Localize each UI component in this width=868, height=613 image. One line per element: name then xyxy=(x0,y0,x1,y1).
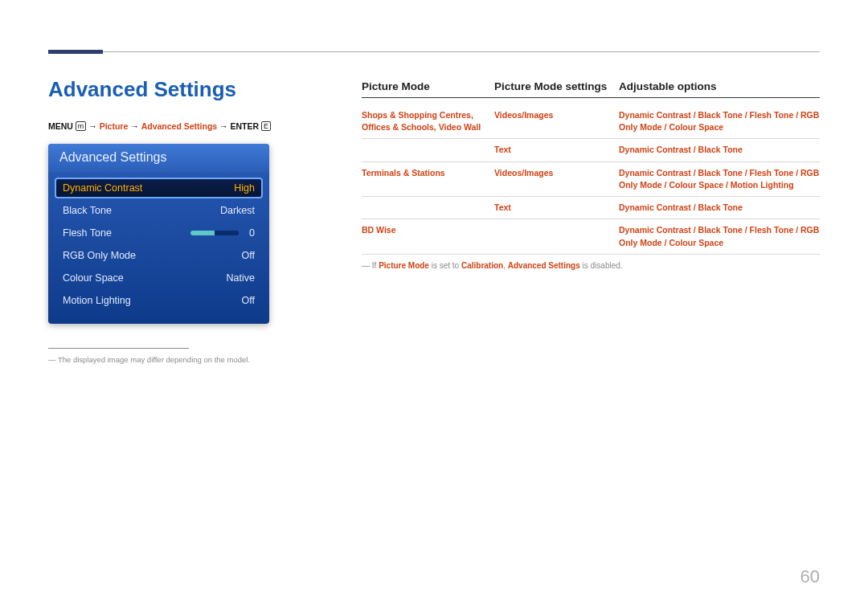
osd-label: Motion Lighting xyxy=(63,295,215,306)
breadcrumb-advanced: Advanced Settings xyxy=(141,121,218,131)
table-row: Text Dynamic Contrast / Black Tone xyxy=(362,139,820,161)
menu-breadcrumb: MENU m → Picture → Advanced Settings → E… xyxy=(48,121,313,131)
menu-icon: m xyxy=(76,121,87,131)
table-header: Picture Mode Picture Mode settings Adjus… xyxy=(362,80,820,98)
osd-value: Darkest xyxy=(215,205,255,216)
osd-row-black-tone[interactable]: Black Tone Darkest xyxy=(55,200,263,221)
enter-icon: E xyxy=(261,121,271,131)
table-row: Terminals & Stations Videos/Images Dynam… xyxy=(362,162,820,197)
page-title: Advanced Settings xyxy=(48,77,313,102)
osd-row-colour-space[interactable]: Colour Space Native xyxy=(55,268,263,288)
cell-options: Dynamic Contrast / Black Tone / Flesh To… xyxy=(619,109,820,133)
osd-value: Off xyxy=(215,250,255,261)
arrow-icon: → xyxy=(88,121,99,131)
osd-row-flesh-tone[interactable]: Flesh Tone 0 xyxy=(55,223,263,243)
osd-value: 0 xyxy=(245,227,255,239)
cell-setting xyxy=(494,224,619,248)
header-rule xyxy=(48,51,820,52)
cell-mode xyxy=(362,144,494,156)
cell-options: Dynamic Contrast / Black Tone xyxy=(619,144,820,156)
cell-mode xyxy=(362,202,494,214)
cell-options: Dynamic Contrast / Black Tone / Flesh To… xyxy=(619,167,820,191)
osd-panel: Advanced Settings Dynamic Contrast High … xyxy=(48,144,269,324)
osd-row-dynamic-contrast[interactable]: Dynamic Contrast High xyxy=(55,178,263,198)
osd-row-motion-lighting[interactable]: Motion Lighting Off xyxy=(55,290,263,311)
arrow-icon: → xyxy=(219,121,230,131)
left-column: Advanced Settings MENU m → Picture → Adv… xyxy=(48,77,313,364)
osd-label: Dynamic Contrast xyxy=(63,182,215,194)
cell-mode: BD Wise xyxy=(362,224,494,248)
cell-setting: Videos/Images xyxy=(494,109,619,133)
cell-mode: Shops & Shopping Centres, Offices & Scho… xyxy=(362,109,494,133)
table-row: Shops & Shopping Centres, Offices & Scho… xyxy=(362,104,820,139)
osd-body: Dynamic Contrast High Black Tone Darkest… xyxy=(48,173,269,324)
page-number: 60 xyxy=(800,566,820,587)
th-picture-mode-settings: Picture Mode settings xyxy=(494,80,619,92)
osd-title: Advanced Settings xyxy=(48,144,269,173)
osd-value: Off xyxy=(215,295,255,306)
breadcrumb-enter: ENTER xyxy=(231,121,260,131)
calibration-note: ― If Picture Mode is set to Calibration,… xyxy=(362,261,820,270)
osd-value: Native xyxy=(215,272,255,284)
right-column: Picture Mode Picture Mode settings Adjus… xyxy=(362,80,820,270)
cell-setting: Text xyxy=(494,202,619,214)
cell-options: Dynamic Contrast / Black Tone xyxy=(619,202,820,214)
table-row: Text Dynamic Contrast / Black Tone xyxy=(362,197,820,219)
slider-icon[interactable] xyxy=(190,231,239,235)
th-adjustable-options: Adjustable options xyxy=(619,80,820,92)
th-picture-mode: Picture Mode xyxy=(362,80,494,92)
osd-label: Colour Space xyxy=(63,272,215,284)
options-table: Picture Mode Picture Mode settings Adjus… xyxy=(362,80,820,255)
table-row: BD Wise Dynamic Contrast / Black Tone / … xyxy=(362,219,820,254)
osd-label: RGB Only Mode xyxy=(63,250,215,261)
footnote-rule xyxy=(48,348,189,349)
footnote-text: The displayed image may differ depending… xyxy=(58,355,250,364)
osd-label: Flesh Tone xyxy=(63,227,190,239)
cell-setting: Videos/Images xyxy=(494,167,619,191)
breadcrumb-menu: MENU xyxy=(48,121,73,131)
cell-options: Dynamic Contrast / Black Tone / Flesh To… xyxy=(619,224,820,248)
footnote-left: ― The displayed image may differ dependi… xyxy=(48,355,313,364)
osd-label: Black Tone xyxy=(63,205,215,216)
osd-row-rgb-only[interactable]: RGB Only Mode Off xyxy=(55,245,263,266)
cell-setting: Text xyxy=(494,144,619,156)
breadcrumb-picture: Picture xyxy=(100,121,129,131)
osd-value: High xyxy=(215,182,255,194)
cell-mode: Terminals & Stations xyxy=(362,167,494,191)
arrow-icon: → xyxy=(130,121,141,131)
